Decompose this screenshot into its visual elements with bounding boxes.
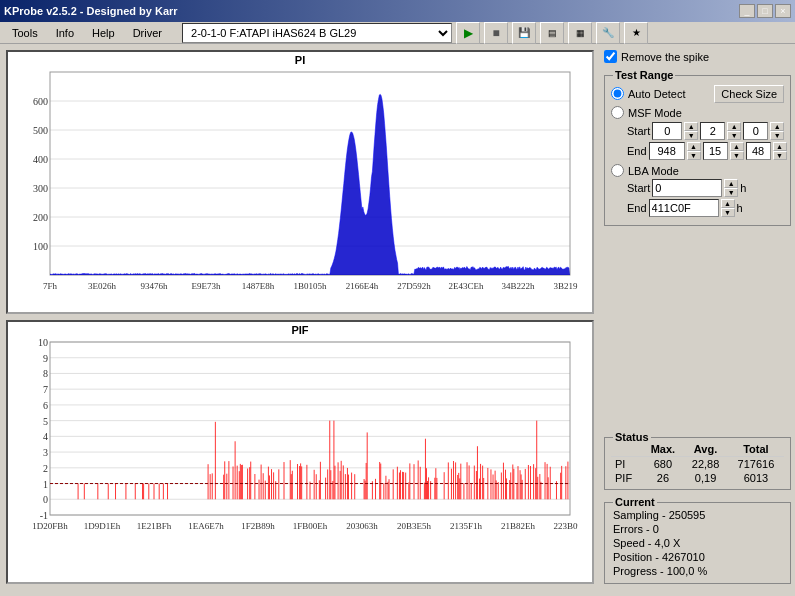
charts-area: PI PIF: [0, 44, 600, 590]
save-button[interactable]: 💾: [512, 22, 536, 44]
minimize-button[interactable]: _: [739, 4, 755, 18]
msf-end-field2[interactable]: [703, 142, 728, 160]
status-group-label: Status: [613, 431, 651, 443]
msf-end-spinner3[interactable]: ▲ ▼: [773, 142, 787, 160]
table-row: PI 680 22,88 717616: [611, 457, 784, 472]
spin-up[interactable]: ▲: [727, 122, 741, 131]
spin-up[interactable]: ▲: [730, 142, 744, 151]
pif-avg: 0,19: [683, 471, 728, 485]
auto-detect-label: Auto Detect: [628, 88, 685, 100]
speed-row: Speed - 4,0 X: [613, 537, 782, 549]
close-button[interactable]: ×: [775, 4, 791, 18]
msf-start-spinner3[interactable]: ▲ ▼: [770, 122, 784, 140]
lba-end-spinner[interactable]: ▲ ▼: [721, 199, 735, 217]
remove-spike-row: Remove the spike: [604, 50, 791, 63]
msf-mode-label: MSF Mode: [628, 107, 682, 119]
msf-mode-radio[interactable]: [611, 106, 624, 119]
check-size-button[interactable]: Check Size: [714, 85, 784, 103]
title-buttons[interactable]: _ □ ×: [739, 4, 791, 18]
current-group: Current Sampling - 250595 Errors - 0 Spe…: [604, 502, 791, 584]
tool3-button[interactable]: 🔧: [596, 22, 620, 44]
msf-start-field3[interactable]: [743, 122, 768, 140]
remove-spike-label: Remove the spike: [621, 51, 709, 63]
menu-help[interactable]: Help: [84, 25, 123, 41]
msf-start-spinner1[interactable]: ▲ ▼: [684, 122, 698, 140]
progress-value: 100,0 %: [667, 565, 707, 577]
spin-down[interactable]: ▼: [684, 131, 698, 140]
spin-up[interactable]: ▲: [773, 142, 787, 151]
spin-up[interactable]: ▲: [687, 142, 701, 151]
spin-down[interactable]: ▼: [770, 131, 784, 140]
table-row: PIF 26 0,19 6013: [611, 471, 784, 485]
msf-end-spinner1[interactable]: ▲ ▼: [687, 142, 701, 160]
lba-end-field[interactable]: [649, 199, 719, 217]
play-button[interactable]: ▶: [456, 22, 480, 44]
menu-info[interactable]: Info: [48, 25, 82, 41]
tool2-button[interactable]: ▦: [568, 22, 592, 44]
auto-detect-radio-row: Auto Detect: [611, 87, 685, 100]
msf-end-field3[interactable]: [746, 142, 771, 160]
spin-down[interactable]: ▼: [727, 131, 741, 140]
lba-end-label: End: [627, 202, 647, 214]
device-select[interactable]: 2-0-1-0 F:ATAPI iHAS624 B GL29: [182, 23, 452, 43]
title-bar: KProbe v2.5.2 - Designed by Karr _ □ ×: [0, 0, 795, 22]
progress-row: Progress - 100,0 %: [613, 565, 782, 577]
status-table: Max. Avg. Total PI 680 22,88 717616 PIF …: [611, 442, 784, 485]
lba-mode-label: LBA Mode: [628, 165, 679, 177]
spin-up[interactable]: ▲: [721, 199, 735, 208]
spin-down[interactable]: ▼: [730, 151, 744, 160]
current-group-label: Current: [613, 496, 657, 508]
tool4-button[interactable]: ★: [624, 22, 648, 44]
remove-spike-checkbox[interactable]: [604, 50, 617, 63]
pif-total: 6013: [728, 471, 784, 485]
sampling-row: Sampling - 250595: [613, 509, 782, 521]
lba-mode-radio-row: LBA Mode: [611, 164, 784, 177]
pi-chart-title: PI: [8, 52, 592, 68]
window-title: KProbe v2.5.2 - Designed by Karr: [4, 5, 178, 17]
spin-down[interactable]: ▼: [724, 188, 738, 197]
spacer: [604, 232, 791, 427]
right-panel: Remove the spike Test Range Auto Detect …: [600, 44, 795, 590]
pi-total: 717616: [728, 457, 784, 472]
msf-start-row: Start ▲ ▼ ▲ ▼ ▲ ▼: [627, 122, 784, 140]
sampling-value: 250595: [669, 509, 706, 521]
pi-chart: [8, 68, 578, 303]
toolbar: 2-0-1-0 F:ATAPI iHAS624 B GL29 ▶ ■ 💾 ▤ ▦…: [182, 22, 648, 44]
menu-bar: Tools Info Help Driver 2-0-1-0 F:ATAPI i…: [0, 22, 795, 44]
stop-button[interactable]: ■: [484, 22, 508, 44]
spin-down[interactable]: ▼: [773, 151, 787, 160]
col-total: Total: [728, 442, 784, 457]
menu-tools[interactable]: Tools: [4, 25, 46, 41]
msf-start-field2[interactable]: [700, 122, 725, 140]
test-range-group: Test Range Auto Detect Check Size MSF Mo…: [604, 75, 791, 226]
auto-detect-radio[interactable]: [611, 87, 624, 100]
spin-down[interactable]: ▼: [721, 208, 735, 217]
lba-start-row: Start ▲ ▼ h: [627, 179, 784, 197]
tool1-button[interactable]: ▤: [540, 22, 564, 44]
lba-start-spinner[interactable]: ▲ ▼: [724, 179, 738, 197]
pif-chart-title: PIF: [8, 322, 592, 338]
maximize-button[interactable]: □: [757, 4, 773, 18]
lba-start-h: h: [740, 182, 746, 194]
status-group: Status Max. Avg. Total PI 680 22,88: [604, 437, 791, 490]
lba-end-h: h: [737, 202, 743, 214]
test-range-label: Test Range: [613, 69, 675, 81]
position-row: Position - 4267010: [613, 551, 782, 563]
spin-up[interactable]: ▲: [684, 122, 698, 131]
lba-start-field[interactable]: [652, 179, 722, 197]
msf-end-spinner2[interactable]: ▲ ▼: [730, 142, 744, 160]
msf-end-field1[interactable]: [649, 142, 685, 160]
spin-up[interactable]: ▲: [724, 179, 738, 188]
spin-down[interactable]: ▼: [687, 151, 701, 160]
errors-row: Errors - 0: [613, 523, 782, 535]
msf-start-spinner2[interactable]: ▲ ▼: [727, 122, 741, 140]
msf-start-field1[interactable]: [652, 122, 682, 140]
position-value: 4267010: [662, 551, 705, 563]
pif-max: 26: [643, 471, 684, 485]
menu-driver[interactable]: Driver: [125, 25, 170, 41]
pi-avg: 22,88: [683, 457, 728, 472]
pif-chart: [8, 338, 578, 543]
spin-up[interactable]: ▲: [770, 122, 784, 131]
msf-start-label: Start: [627, 125, 650, 137]
lba-mode-radio[interactable]: [611, 164, 624, 177]
